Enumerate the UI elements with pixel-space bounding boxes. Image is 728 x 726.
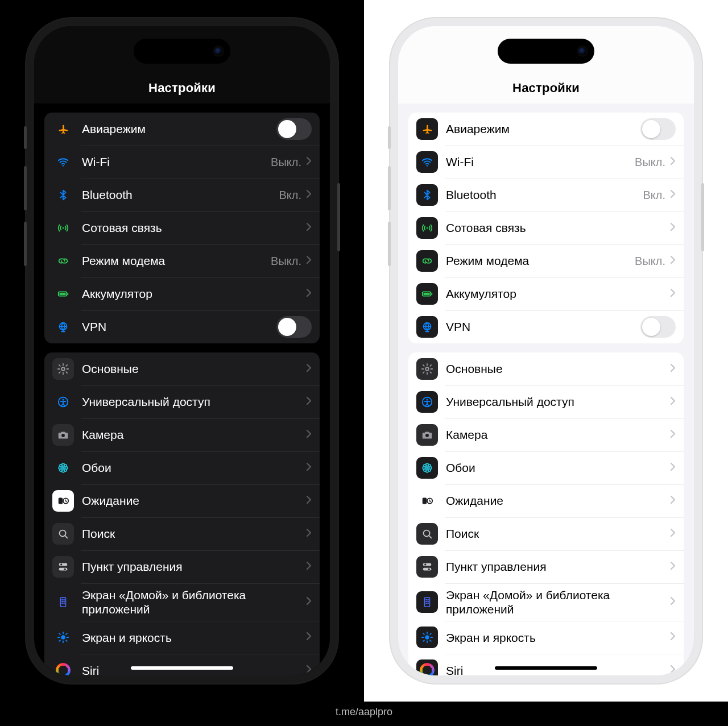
settings-row-label: Авиарежим	[82, 122, 276, 136]
svg-rect-38	[431, 293, 432, 295]
svg-point-16	[64, 464, 67, 467]
settings-row-airplane[interactable]: Авиарежим	[44, 113, 320, 146]
chevron-right-icon	[670, 495, 676, 507]
standby-icon	[52, 490, 74, 512]
siri-icon	[416, 659, 438, 675]
settings-row-general[interactable]: Основные	[408, 352, 684, 385]
airplane-toggle[interactable]	[276, 118, 312, 140]
chevron-right-icon	[306, 222, 312, 234]
svg-point-51	[424, 469, 427, 472]
settings-row-accessibility[interactable]: Универсальный доступ	[408, 385, 684, 418]
settings-row-hotspot[interactable]: Режим модемаВыкл.	[408, 244, 684, 277]
page-title: Настройки	[34, 26, 330, 103]
settings-group-0: АвиарежимWi-FiВыкл.BluetoothВкл.Сотовая …	[408, 113, 684, 343]
light-mode-panel: НастройкиАвиарежимWi-FiВыкл.BluetoothВкл…	[364, 0, 728, 702]
chevron-right-icon	[670, 288, 676, 300]
settings-row-standby[interactable]: Ожидание	[408, 484, 684, 517]
hardware-side-button	[388, 166, 391, 210]
settings-row-wallpaper[interactable]: Обои	[44, 451, 320, 484]
settings-row-wifi[interactable]: Wi-FiВыкл.	[408, 146, 684, 179]
settings-row-label: Экран и яркость	[446, 630, 670, 645]
svg-rect-61	[425, 599, 427, 600]
svg-rect-57	[423, 568, 432, 571]
home-indicator[interactable]	[495, 666, 597, 670]
chevron-right-icon	[306, 462, 312, 474]
svg-point-25	[64, 568, 66, 570]
settings-row-homescreen[interactable]: Экран «Домой» и библиотека приложений	[408, 583, 684, 621]
settings-row-label: Камера	[82, 428, 306, 442]
svg-point-10	[62, 467, 64, 469]
settings-row-label: Ожидание	[82, 493, 306, 508]
settings-row-wifi[interactable]: Wi-FiВыкл.	[44, 146, 320, 179]
chevron-right-icon	[306, 561, 312, 572]
settings-row-search[interactable]: Поиск	[44, 517, 320, 550]
settings-row-battery[interactable]: Аккумулятор	[408, 277, 684, 310]
svg-rect-26	[60, 598, 65, 607]
settings-row-wallpaper[interactable]: Обои	[408, 451, 684, 484]
settings-row-label: VPN	[82, 320, 276, 334]
svg-rect-66	[427, 603, 428, 604]
svg-rect-63	[425, 601, 427, 602]
search-icon	[52, 523, 74, 545]
settings-row-accessibility[interactable]: Универсальный доступ	[44, 385, 320, 418]
settings-row-siri[interactable]: Siri	[44, 654, 320, 675]
chevron-right-icon	[670, 255, 676, 267]
battery-icon	[416, 283, 438, 305]
svg-point-6	[61, 367, 65, 371]
hardware-side-button	[24, 166, 27, 210]
svg-point-8	[63, 399, 64, 401]
settings-row-label: Сотовая связь	[446, 221, 670, 235]
settings-row-value: Выкл.	[271, 156, 301, 169]
svg-rect-60	[424, 598, 429, 607]
general-icon	[52, 358, 74, 380]
chevron-right-icon	[670, 462, 676, 474]
svg-point-67	[425, 636, 429, 640]
svg-point-52	[428, 469, 431, 472]
chevron-right-icon	[306, 288, 312, 300]
settings-row-airplane[interactable]: Авиарежим	[408, 113, 684, 146]
vpn-toggle[interactable]	[640, 316, 676, 338]
settings-row-standby[interactable]: Ожидание	[44, 484, 320, 517]
settings-row-value: Вкл.	[643, 189, 665, 202]
chevron-right-icon	[670, 561, 676, 572]
settings-group-1: ОсновныеУниверсальный доступКамераОбоиОж…	[408, 352, 684, 675]
settings-row-controlcenter[interactable]: Пункт управления	[408, 550, 684, 583]
svg-point-17	[60, 469, 63, 472]
settings-row-display[interactable]: Экран и яркость	[44, 621, 320, 654]
settings-row-camera[interactable]: Камера	[44, 418, 320, 451]
svg-rect-62	[427, 599, 428, 600]
svg-point-42	[427, 399, 428, 401]
bluetooth-icon	[416, 184, 438, 206]
vpn-toggle[interactable]	[276, 316, 312, 338]
settings-row-siri[interactable]: Siri	[408, 654, 684, 675]
settings-row-label: Экран «Домой» и библиотека приложений	[82, 588, 306, 616]
settings-row-general[interactable]: Основные	[44, 352, 320, 385]
phone-light: НастройкиАвиарежимWi-FiВыкл.BluetoothВкл…	[390, 18, 702, 683]
toggle-knob	[642, 318, 660, 336]
settings-row-camera[interactable]: Камера	[408, 418, 684, 451]
chevron-right-icon	[306, 665, 312, 675]
settings-row-label: Пункт управления	[446, 559, 670, 574]
settings-row-battery[interactable]: Аккумулятор	[44, 277, 320, 310]
settings-row-bluetooth[interactable]: BluetoothВкл.	[44, 179, 320, 211]
chevron-right-icon	[306, 255, 312, 267]
settings-row-label: Bluetooth	[446, 188, 643, 202]
settings-row-cellular[interactable]: Сотовая связь	[408, 211, 684, 244]
settings-row-label: Поиск	[446, 526, 670, 541]
chevron-right-icon	[306, 363, 312, 375]
settings-row-vpn[interactable]: VPN	[408, 310, 684, 343]
settings-row-bluetooth[interactable]: BluetoothВкл.	[408, 179, 684, 211]
settings-row-label: Основные	[446, 362, 670, 376]
settings-row-homescreen[interactable]: Экран «Домой» и библиотека приложений	[44, 583, 320, 621]
airplane-toggle[interactable]	[640, 118, 676, 140]
settings-row-vpn[interactable]: VPN	[44, 310, 320, 343]
settings-row-controlcenter[interactable]: Пункт управления	[44, 550, 320, 583]
settings-row-search[interactable]: Поиск	[408, 517, 684, 550]
settings-row-label: Поиск	[82, 526, 306, 541]
settings-row-cellular[interactable]: Сотовая связь	[44, 211, 320, 244]
settings-row-label: Wi-Fi	[82, 155, 271, 169]
settings-row-display[interactable]: Экран и яркость	[408, 621, 684, 654]
settings-row-hotspot[interactable]: Режим модемаВыкл.	[44, 244, 320, 277]
home-indicator[interactable]	[131, 666, 233, 670]
svg-rect-19	[59, 498, 63, 504]
